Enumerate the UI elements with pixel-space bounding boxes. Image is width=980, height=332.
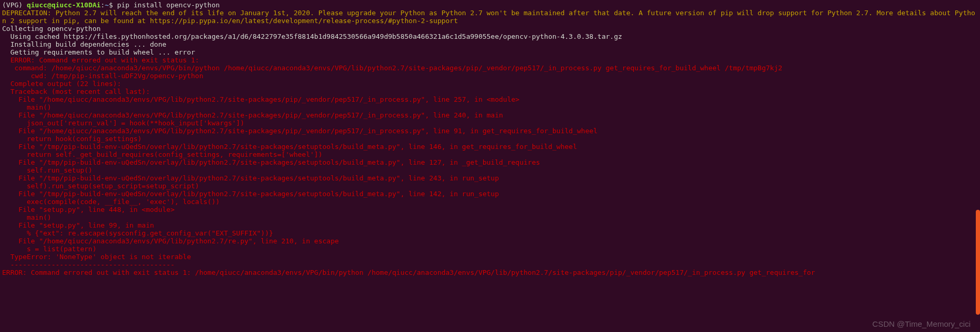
traceback-line: json_out['return_val'] = hook(**hook_inp… (2, 119, 978, 127)
traceback-line: File "/home/qiucc/anaconda3/envs/VPG/lib… (2, 95, 978, 103)
traceback-line: File "/tmp/pip-build-env-uQedSn/overlay/… (2, 174, 978, 182)
traceback-line: s = list(pattern) (2, 245, 978, 253)
traceback-line: exec(compile(code, __file__, 'exec'), lo… (2, 198, 978, 206)
error-output-header: Complete output (22 lines): (2, 80, 978, 88)
traceback-line: self.run_setup() (2, 166, 978, 174)
prompt-user: qiucc (27, 1, 47, 9)
deprecation-warning: DEPRECATION: Python 2.7 will reach the e… (2, 9, 978, 25)
terminal-prompt-line[interactable]: (VPG) qiucc@qiucc-X10DAi:~$ pip install … (2, 1, 978, 9)
scrollbar-track[interactable] (974, 0, 980, 332)
prompt-host: qiucc-X10DAi (51, 1, 101, 9)
prompt-at: @ (47, 1, 51, 9)
traceback-line: main() (2, 103, 978, 111)
watermark-text: CSDN @Time_Memory_cici (872, 320, 971, 328)
env-prefix: (VPG) (2, 1, 27, 9)
traceback-line: File "/home/qiucc/anaconda3/envs/VPG/lib… (2, 111, 978, 119)
traceback-line: File "setup.py", line 448, in <module> (2, 206, 978, 213)
traceback-line: self).run_setup(setup_script=setup_scrip… (2, 182, 978, 190)
traceback-line: return self._get_build_requires(config_s… (2, 151, 978, 158)
traceback-lines: File "/home/qiucc/anaconda3/envs/VPG/lib… (2, 95, 978, 261)
scrollbar-thumb[interactable] (976, 210, 980, 315)
traceback-line: File "setup.py", line 99, in main (2, 221, 978, 229)
prompt-colon: : (101, 1, 105, 9)
collecting-line: Collecting opencv-python (2, 25, 978, 33)
traceback-line: File "/tmp/pip-build-env-uQedSn/overlay/… (2, 190, 978, 198)
dash-line: ---------------------------------------- (2, 261, 978, 269)
error-command: command: /home/qiucc/anaconda3/envs/VPG/… (2, 64, 978, 72)
traceback-line: % {"ext": re.escape(sysconfig.get_config… (2, 229, 978, 237)
error-cwd: cwd: /tmp/pip-install-uDF2Vg/opencv-pyth… (2, 72, 978, 80)
error-header: ERROR: Command errored out with exit sta… (2, 56, 978, 64)
traceback-line: main() (2, 213, 978, 221)
installing-deps-line: Installing build dependencies ... done (2, 40, 978, 48)
using-cached-line: Using cached https://files.pythonhosted.… (2, 33, 978, 40)
getting-reqs-line: Getting requirements to build wheel ... … (2, 48, 978, 56)
traceback-line: File "/tmp/pip-build-env-uQedSn/overlay/… (2, 143, 978, 151)
traceback-line: return hook(config_settings) (2, 135, 978, 143)
traceback-line: TypeError: 'NoneType' object is not iter… (2, 253, 978, 261)
error-footer: ERROR: Command errored out with exit sta… (2, 269, 978, 276)
traceback-line: File "/home/qiucc/anaconda3/envs/VPG/lib… (2, 127, 978, 135)
traceback-line: File "/home/qiucc/anaconda3/envs/VPG/lib… (2, 237, 978, 245)
traceback-line: File "/tmp/pip-build-env-uQedSn/overlay/… (2, 158, 978, 166)
command-text: pip install opencv-python (117, 1, 220, 9)
prompt-dollar: $ (109, 1, 118, 9)
traceback-header: Traceback (most recent call last): (2, 88, 978, 95)
prompt-path: ~ (105, 1, 109, 9)
